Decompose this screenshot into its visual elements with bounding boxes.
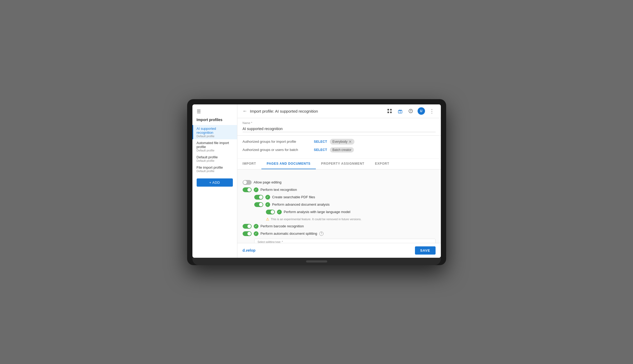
barcode-recognition-check: ✓ xyxy=(254,224,258,229)
advanced-analysis-toggle[interactable] xyxy=(254,202,263,207)
sidebar-item-ai-recognition[interactable]: AI supported recognition Default profile xyxy=(192,125,237,139)
auth-batch-select[interactable]: SELECT xyxy=(314,148,327,152)
avatar[interactable]: U xyxy=(418,107,425,115)
text-recognition-row: ✓ Perform text recognition xyxy=(243,187,436,192)
footer-logo: d.velop xyxy=(243,248,256,252)
main-content: ← Import profile: AI supported recogniti… xyxy=(237,104,441,258)
auth-section: Authorized groups for import profile SEL… xyxy=(237,136,441,159)
searchable-pdf-row: ✓ Create searchable PDF files xyxy=(254,195,436,200)
barcode-recognition-row: ✓ Perform barcode recognition xyxy=(243,224,436,229)
sidebar-item-sub: Default profile xyxy=(197,169,233,173)
barcode-recognition-toggle[interactable] xyxy=(243,224,252,229)
auth-groups-select[interactable]: SELECT xyxy=(314,140,327,144)
tab-content: Allow page editing ✓ Perform text recogn… xyxy=(237,175,441,243)
searchable-pdf-toggle[interactable] xyxy=(254,195,263,200)
page-title: Import profile: AI supported recognition xyxy=(250,109,318,113)
tab-import[interactable]: IMPORT xyxy=(237,159,261,169)
grid-icon[interactable] xyxy=(386,107,393,115)
warning-text: This is an experimental feature. It coul… xyxy=(271,218,362,221)
back-icon[interactable]: ← xyxy=(243,108,247,114)
tab-pages-documents[interactable]: PAGES AND DOCUMENTS xyxy=(261,159,316,169)
allow-page-editing-toggle[interactable] xyxy=(243,180,252,185)
text-recognition-check: ✓ xyxy=(254,187,258,192)
warning-icon: ⚠ xyxy=(266,217,269,221)
auto-split-row: ✓ Perform automatic document splitting ? xyxy=(243,231,436,236)
topbar-left: ← Import profile: AI supported recogniti… xyxy=(243,108,318,114)
auto-split-toggle[interactable] xyxy=(243,231,252,236)
sidebar-item-name: Automated file import profile xyxy=(197,141,233,149)
splitting-type-wrapper: Select splitting type: * File- or AI-bas… xyxy=(254,239,436,243)
hamburger-icon[interactable]: ☰ xyxy=(192,109,237,118)
help-icon[interactable]: ? xyxy=(407,107,414,115)
advanced-analysis-check: ✓ xyxy=(265,202,270,207)
text-recognition-label: Perform text recognition xyxy=(261,188,297,192)
auth-groups-row: Authorized groups for import profile SEL… xyxy=(243,139,436,145)
llm-analysis-row: ✓ Perform analysis with large language m… xyxy=(266,210,436,214)
tag-close-icon[interactable]: ✕ xyxy=(349,140,352,144)
sidebar-item-file-import[interactable]: File import profile Default profile xyxy=(192,164,237,174)
sidebar-title: Import profiles xyxy=(192,118,237,125)
svg-rect-3 xyxy=(390,112,392,113)
llm-analysis-check: ✓ xyxy=(277,210,282,214)
warning-row: ⚠ This is an experimental feature. It co… xyxy=(266,217,436,221)
sidebar-item-sub: Default profile xyxy=(197,135,233,138)
auto-split-label: Perform automatic document splitting xyxy=(261,232,317,236)
sidebar-item-name: Default profile xyxy=(197,155,233,159)
auth-batch-tag: Batch creator xyxy=(330,147,354,153)
tab-property-assignment[interactable]: PROPERTY ASSIGNMENT xyxy=(316,159,370,169)
svg-rect-2 xyxy=(387,112,389,113)
llm-analysis-label: Perform analysis with large language mod… xyxy=(284,210,350,214)
topbar: ← Import profile: AI supported recogniti… xyxy=(237,104,441,118)
svg-rect-0 xyxy=(387,109,389,110)
text-recognition-toggle[interactable] xyxy=(243,187,252,192)
auto-split-help-icon[interactable]: ? xyxy=(319,232,324,236)
sidebar-item-name: File import profile xyxy=(197,165,233,169)
tab-export[interactable]: EXPORT xyxy=(370,159,395,169)
batch-tag-label: Batch creator xyxy=(332,148,351,152)
topbar-icons: ? U ⋮ xyxy=(386,107,436,115)
splitting-type-label: Select splitting type: * xyxy=(258,241,432,243)
svg-rect-1 xyxy=(390,109,392,110)
sidebar-item-default[interactable]: Default profile Default profile xyxy=(192,154,237,164)
save-button[interactable]: SAVE xyxy=(415,246,436,255)
sidebar-item-name: AI supported recognition xyxy=(197,127,233,135)
allow-page-editing-row: Allow page editing xyxy=(243,180,436,185)
sidebar-item-sub: Default profile xyxy=(197,149,233,152)
auth-groups-label: Authorized groups for import profile xyxy=(243,140,311,144)
sidebar-item-automated[interactable]: Automated file import profile Default pr… xyxy=(192,139,237,154)
searchable-pdf-check: ✓ xyxy=(265,195,270,200)
searchable-pdf-label: Create searchable PDF files xyxy=(272,195,315,199)
add-button[interactable]: + ADD xyxy=(197,178,233,187)
advanced-analysis-row: ✓ Perform advanced document analysis xyxy=(254,202,436,207)
barcode-recognition-label: Perform barcode recognition xyxy=(261,224,304,228)
auto-split-check: ✓ xyxy=(254,231,258,236)
name-label: Name * xyxy=(243,121,436,125)
tabs: IMPORT PAGES AND DOCUMENTS PROPERTY ASSI… xyxy=(237,159,441,169)
name-input[interactable] xyxy=(243,126,436,132)
llm-analysis-toggle[interactable] xyxy=(266,210,275,214)
auth-batch-label: Authorized groups or users for batch xyxy=(243,148,311,152)
more-icon[interactable]: ⋮ xyxy=(428,107,436,115)
advanced-analysis-label: Perform advanced document analysis xyxy=(272,202,330,206)
auth-groups-tag: Everybody ✕ xyxy=(330,139,354,145)
svg-text:?: ? xyxy=(410,110,411,113)
gift-icon[interactable] xyxy=(396,107,404,115)
tag-label: Everybody xyxy=(332,140,348,144)
sidebar: ☰ Import profiles AI supported recogniti… xyxy=(192,104,237,258)
allow-page-editing-label: Allow page editing xyxy=(254,180,282,184)
footer: d.velop SAVE xyxy=(237,243,441,258)
auth-batch-row: Authorized groups or users for batch SEL… xyxy=(243,147,436,153)
sidebar-item-sub: Default profile xyxy=(197,159,233,162)
name-section: Name * xyxy=(237,118,441,136)
